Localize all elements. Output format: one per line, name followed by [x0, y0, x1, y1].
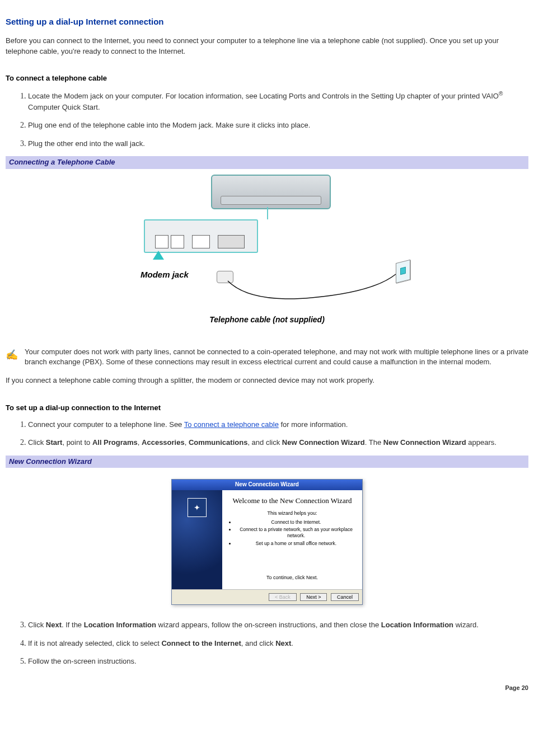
wizard-next-button[interactable]: Next > — [300, 593, 327, 601]
section-b-heading: To set up a dial-up connection to the In… — [6, 403, 528, 414]
diagram-connector-line — [267, 207, 268, 219]
figure1-caption: Connecting a Telephone Cable — [6, 156, 528, 169]
arrow-up-icon — [153, 251, 164, 260]
step-b-5: Follow the on-screen instructions. — [28, 656, 528, 667]
wizard-titlebar: New Connection Wizard — [172, 480, 362, 490]
connect-to-internet-label: Connect to the Internet — [161, 639, 241, 647]
port-icon — [171, 235, 184, 248]
telephone-cable-link[interactable]: To connect a telephone cable — [184, 420, 279, 429]
wizard-bullet-3: Set up a home or small office network. — [236, 541, 357, 547]
page-title: Setting up a dial-up Internet connection — [6, 16, 528, 28]
t: . If the — [62, 621, 84, 629]
step-b-1-post: for more information. — [279, 420, 348, 429]
wizard-bullet-1: Connect to the Internet. — [236, 519, 357, 525]
t: wizard. — [453, 621, 479, 629]
steps-b-list-continued: Click Next. If the Location Information … — [6, 619, 528, 667]
next-label: Next — [46, 621, 62, 629]
t: . — [291, 639, 293, 647]
figure2-caption: New Connection Wizard — [6, 456, 528, 468]
step-b-2: Click Start, point to All Programs, Acce… — [28, 437, 528, 448]
cable-line-icon — [217, 264, 413, 309]
t: wizard appears, follow the on-screen ins… — [156, 621, 381, 629]
t: , and click — [247, 438, 282, 447]
wizard-helps: This wizard helps you: — [228, 510, 357, 517]
location-information-label: Location Information — [84, 621, 156, 629]
note-block: ✍ Your computer does not work with party… — [6, 347, 528, 368]
modem-jack-label: Modem jack — [140, 269, 189, 281]
port-panel-icon — [144, 219, 258, 253]
section-a-heading: To connect a telephone cable — [6, 73, 528, 84]
step-b-5-text: Follow the on-screen instructions. — [28, 657, 137, 665]
page-number: Page 20 — [6, 684, 528, 693]
communications-label: Communications — [189, 438, 247, 447]
step-a-1-text-a: Locate the Modem jack on your computer. … — [28, 92, 499, 100]
step-a-3-text: Plug the other end into the wall jack. — [28, 139, 145, 148]
step-a-3: Plug the other end into the wall jack. — [28, 138, 528, 149]
t: , — [185, 438, 189, 447]
step-a-1-text-b: Computer Quick Start. — [28, 103, 100, 111]
cable-label: Telephone cable (not supplied) — [116, 314, 418, 325]
port-icon — [218, 235, 245, 248]
modem-jack-port-icon — [155, 235, 168, 248]
t: appears. — [466, 438, 496, 447]
step-a-2-text: Plug one end of the telephone cable into… — [28, 121, 310, 129]
t: Click — [28, 438, 46, 447]
step-b-3: Click Next. If the Location Information … — [28, 619, 528, 631]
wizard-sidebar: ✦ — [172, 490, 222, 589]
step-b-4: If it is not already selected, click to … — [28, 638, 528, 649]
wizard-cancel-button[interactable]: Cancel — [331, 593, 359, 601]
wizard-button-row: < Back Next > Cancel — [172, 589, 362, 604]
splitter-note: If you connect a telephone cable coming … — [6, 375, 528, 386]
all-programs-label: All Programs — [92, 438, 138, 447]
t: , — [138, 438, 142, 447]
wizard-heading: Welcome to the New Connection Wizard — [228, 496, 357, 506]
registered-symbol: ® — [499, 90, 503, 96]
start-label: Start — [46, 438, 63, 447]
new-connection-wizard-label: New Connection Wizard — [282, 438, 365, 447]
laptop-icon — [211, 175, 331, 209]
wizard-continue: To continue, click Next. — [228, 574, 357, 581]
wizard-bullet-2: Connect to a private network, such as yo… — [236, 527, 357, 538]
step-a-2: Plug one end of the telephone cable into… — [28, 120, 528, 131]
step-b-1-pre: Connect your computer to a telephone lin… — [28, 420, 184, 429]
t: , point to — [62, 438, 92, 447]
intro-paragraph: Before you can connect to the Internet, … — [6, 36, 528, 57]
wizard-back-button: < Back — [269, 593, 297, 601]
modem-diagram: Modem jack Telephone cable (not supplied… — [116, 175, 418, 326]
wall-jack-icon — [396, 259, 410, 283]
wizard-content: Welcome to the New Connection Wizard Thi… — [222, 490, 362, 589]
wizard-globe-icon: ✦ — [188, 498, 207, 517]
t: . The — [365, 438, 383, 447]
steps-b-list: Connect your computer to a telephone lin… — [6, 419, 528, 449]
step-b-1: Connect your computer to a telephone lin… — [28, 419, 528, 430]
step-a-1: Locate the Modem jack on your computer. … — [28, 90, 528, 113]
next-label: Next — [275, 639, 291, 647]
location-information-label: Location Information — [381, 621, 453, 629]
figure2-body: New Connection Wizard ✦ Welcome to the N… — [6, 468, 528, 616]
steps-a-list: Locate the Modem jack on your computer. … — [6, 90, 528, 149]
t: Click — [28, 621, 46, 629]
new-connection-wizard-label: New Connection Wizard — [383, 438, 466, 447]
note-icon: ✍ — [6, 347, 18, 362]
note-text: Your computer does not work with party l… — [25, 347, 528, 368]
accessories-label: Accessories — [142, 438, 185, 447]
port-icon — [192, 235, 210, 248]
wizard-window: New Connection Wizard ✦ Welcome to the N… — [171, 479, 363, 605]
t: If it is not already selected, click to … — [28, 639, 161, 647]
figure1-body: Modem jack Telephone cable (not supplied… — [6, 169, 528, 337]
t: , and click — [241, 639, 275, 647]
